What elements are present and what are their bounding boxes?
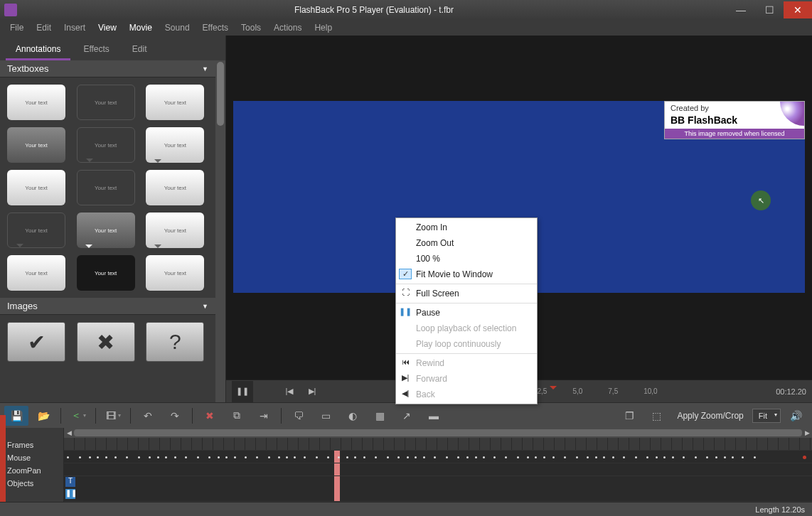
window-title: FlashBack Pro 5 Player (Evaluation) - t.… [21, 5, 727, 15]
open-button[interactable]: 📂 [31, 406, 55, 426]
marker-icon [803, 456, 806, 459]
panel-textboxes-header[interactable]: Textboxes▼ [0, 60, 215, 77]
crop-button[interactable]: ⧉ [225, 406, 249, 426]
textbox-style[interactable]: Your text [77, 127, 135, 163]
context-menu-item: ▶|Forward [396, 371, 537, 387]
tab-edit[interactable]: Edit [122, 40, 157, 60]
track-frames[interactable] [64, 438, 812, 451]
menu-effects[interactable]: Effects [197, 21, 234, 34]
track-label-zoompan[interactable]: ZoomPan [7, 466, 63, 479]
track-label-mouse[interactable]: Mouse [7, 453, 63, 466]
menu-bar: File Edit Insert View Movie Sound Effect… [0, 20, 812, 36]
volume-button[interactable]: 🔊 [784, 406, 808, 426]
apply-zoom-crop-button[interactable]: Apply Zoom/Crop [671, 411, 749, 421]
context-menu-item[interactable]: Zoom Out [396, 235, 537, 251]
textbox-style[interactable]: Your text [7, 127, 65, 163]
sidebar-scrollbar[interactable] [215, 60, 225, 402]
export-button[interactable]: 🎞 [101, 406, 125, 426]
cursor-indicator: ↖ [751, 190, 771, 210]
menu-insert[interactable]: Insert [58, 21, 91, 34]
time-ruler[interactable]: 0s 2,5 5,0 7,5 10,0 [504, 387, 769, 395]
textbox-tool-button[interactable]: 🗨 [287, 406, 311, 426]
context-menu: Zoom InZoom Out100 %✓Fit Movie to Window… [395, 217, 538, 404]
textbox-gallery: Your text Your text Your text Your text … [0, 77, 215, 298]
textbox-style[interactable]: Your text [77, 85, 135, 120]
minimize-button[interactable]: — [727, 1, 755, 18]
textbox-style[interactable]: Your text [146, 213, 204, 248]
redo-button[interactable]: ↷ [163, 406, 187, 426]
panel-images-header[interactable]: Images▼ [0, 298, 215, 315]
time-total: 00:12.20 [776, 387, 806, 396]
blur-tool-button[interactable]: ▦ [368, 406, 392, 426]
context-menu-item[interactable]: Zoom In [396, 220, 537, 235]
textbox-style[interactable]: Your text [146, 85, 204, 120]
context-menu-item[interactable]: ✓Fit Movie to Window [396, 267, 537, 282]
menu-edit[interactable]: Edit [31, 21, 57, 34]
pause-button[interactable]: ❚❚ [232, 381, 253, 402]
prev-frame-button[interactable]: |◀ [282, 384, 297, 399]
context-menu-item: Loop playback of selection [396, 321, 537, 336]
textbox-style[interactable]: Your text [146, 170, 204, 205]
textbox-style[interactable]: Your text [7, 170, 65, 205]
track-zoompan[interactable] [64, 463, 812, 476]
context-menu-item: ⏮Rewind [396, 355, 537, 371]
scroll-left-icon[interactable]: ◀ [64, 428, 74, 438]
button-tool-button[interactable]: ▬ [422, 406, 446, 426]
playhead-marker-icon[interactable] [550, 386, 557, 393]
save-button[interactable]: 💾 [4, 406, 28, 426]
object-pause-icon[interactable]: ❚❚ [65, 489, 75, 499]
multi-window-button[interactable]: ❐ [617, 406, 641, 426]
share-button[interactable]: ＜ [66, 406, 90, 426]
image-question-icon[interactable]: ? [146, 322, 204, 362]
close-button[interactable]: ✕ [784, 1, 812, 18]
tab-annotations[interactable]: Annotations [6, 40, 70, 60]
watermark: Created by BB FlashBack This image remov… [664, 101, 805, 139]
context-menu-item: ◀|Back [396, 387, 537, 402]
main-toolbar: 💾 📂 ＜ 🎞 ↶ ↷ ✖ ⧉ ⇥ 🗨 ▭ ◐ ▦ ↗ ▬ ❐ ⬚ Apply … [0, 402, 812, 428]
annotation-tool-button[interactable]: ▭ [314, 406, 338, 426]
textbox-style[interactable]: Your text [146, 127, 204, 163]
highlight-tool-button[interactable]: ◐ [341, 406, 365, 426]
context-menu-item[interactable]: 100 % [396, 251, 537, 267]
menu-tools[interactable]: Tools [235, 21, 267, 34]
context-menu-item[interactable]: ❚❚Pause [396, 305, 537, 321]
textbox-style[interactable]: Your text [146, 255, 204, 291]
timeline-scrollbar[interactable]: ◀ ▶ [64, 428, 812, 438]
context-menu-item[interactable]: ⛶Full Screen [396, 286, 537, 301]
image-check-icon[interactable]: ✔ [7, 322, 65, 362]
menu-actions[interactable]: Actions [268, 21, 307, 34]
textbox-style[interactable]: Your text [7, 85, 65, 120]
chevron-down-icon: ▼ [202, 303, 208, 310]
scroll-right-icon[interactable]: ▶ [802, 428, 812, 438]
image-cross-icon[interactable]: ✖ [77, 322, 135, 362]
menu-sound[interactable]: Sound [159, 21, 196, 34]
menu-movie[interactable]: Movie [124, 21, 158, 34]
track-mouse[interactable] [64, 451, 812, 463]
zoom-fit-select[interactable]: Fit [752, 409, 781, 423]
delete-button[interactable]: ✖ [198, 406, 222, 426]
textbox-style[interactable]: Your text [77, 255, 135, 291]
track-objects[interactable]: T ❚❚ [64, 476, 812, 502]
crop-view-button[interactable]: ⬚ [644, 406, 668, 426]
menu-file[interactable]: File [4, 21, 29, 34]
object-textbox-icon[interactable]: T [65, 477, 75, 487]
textbox-style[interactable]: Your text [7, 213, 65, 248]
sidebar: Annotations Effects Edit Textboxes▼ Your… [0, 36, 226, 402]
textbox-style[interactable]: Your text [7, 255, 65, 291]
track-label-objects[interactable]: Objects [7, 479, 63, 492]
status-bar: Length 12.20s [0, 502, 812, 516]
track-label-frames[interactable]: Frames [7, 441, 63, 453]
title-bar: FlashBack Pro 5 Player (Evaluation) - t.… [0, 0, 812, 20]
undo-button[interactable]: ↶ [136, 406, 160, 426]
arrow-tool-button[interactable]: ↗ [395, 406, 419, 426]
textbox-style[interactable]: Your text [77, 170, 135, 205]
next-frame-button[interactable]: ▶| [304, 384, 320, 399]
menu-view[interactable]: View [92, 21, 122, 34]
tab-effects[interactable]: Effects [73, 40, 119, 60]
timeline-left-edge [0, 415, 6, 502]
insert-button[interactable]: ⇥ [252, 406, 276, 426]
maximize-button[interactable]: ☐ [755, 1, 784, 18]
menu-help[interactable]: Help [309, 21, 338, 34]
chevron-down-icon: ▼ [202, 65, 208, 72]
textbox-style[interactable]: Your text [77, 213, 135, 248]
